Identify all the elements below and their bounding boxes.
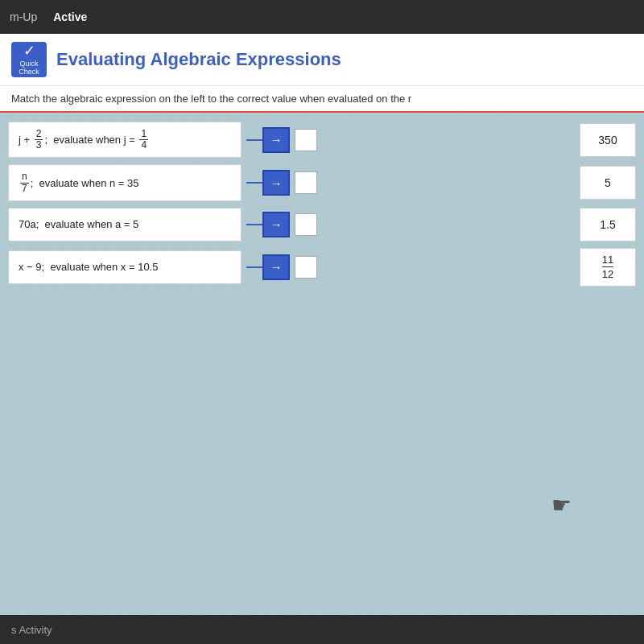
value-text-1: 350 bbox=[598, 134, 617, 147]
instructions-text: Match the algebraic expression on the le… bbox=[11, 93, 411, 105]
table-row: 70a; evaluate when a = 5 → 1.5 bbox=[0, 205, 644, 244]
arrow-button-4[interactable]: → bbox=[262, 254, 290, 280]
expression-cell-1: j + 2 3 ; evaluate when j = 1 4 bbox=[8, 122, 242, 158]
expression-cell-3: 70a; evaluate when a = 5 bbox=[8, 208, 242, 242]
expression-cell-4: x − 9; evaluate when x = 10.5 bbox=[8, 250, 242, 284]
nav-item-active[interactable]: Active bbox=[53, 10, 87, 23]
arrow-icon-1: → bbox=[270, 133, 283, 147]
table-row: x − 9; evaluate when x = 10.5 → 11 12 bbox=[0, 246, 644, 289]
value-cell-2: 5 bbox=[580, 166, 636, 200]
main-content: ✓ QuickCheck Evaluating Algebraic Expres… bbox=[0, 34, 644, 615]
h-line-1 bbox=[246, 139, 262, 141]
table-row: n 7 ; evaluate when n = 35 → 5 bbox=[0, 162, 644, 203]
nav-item-warmup[interactable]: m-Up bbox=[10, 10, 37, 23]
header-section: ✓ QuickCheck Evaluating Algebraic Expres… bbox=[0, 34, 644, 86]
h-line-2 bbox=[246, 182, 262, 184]
arrow-icon-3: → bbox=[270, 217, 283, 231]
bottom-bar-text: s Activity bbox=[11, 624, 52, 636]
arrow-connector-1: → bbox=[246, 127, 290, 153]
top-bar: m-Up Active bbox=[0, 0, 644, 34]
h-line-4 bbox=[246, 266, 262, 268]
instructions: Match the algebraic expression on the le… bbox=[0, 86, 644, 113]
table-row: j + 2 3 ; evaluate when j = 1 4 → bbox=[0, 119, 644, 160]
quick-check-label: QuickCheck bbox=[19, 60, 39, 76]
value-cell-3: 1.5 bbox=[580, 208, 636, 242]
value-cell-1: 350 bbox=[580, 123, 636, 157]
check-mark: ✓ bbox=[23, 43, 35, 58]
expr-text-4: x − 9; evaluate when x = 10.5 bbox=[19, 261, 158, 273]
h-line-3 bbox=[246, 224, 262, 225]
expr-text-1a: j + bbox=[19, 134, 33, 146]
answer-box-1[interactable] bbox=[295, 129, 317, 151]
expression-cell-2: n 7 ; evaluate when n = 35 bbox=[8, 164, 242, 200]
arrow-button-1[interactable]: → bbox=[262, 127, 290, 153]
answer-box-2[interactable] bbox=[295, 171, 317, 194]
rows-container: j + 2 3 ; evaluate when j = 1 4 → bbox=[0, 113, 644, 297]
arrow-button-3[interactable]: → bbox=[262, 212, 290, 237]
fraction-2-3: 2 3 bbox=[35, 129, 43, 151]
fraction-1-4: 1 4 bbox=[139, 129, 148, 151]
expr-text-3: 70a; evaluate when a = 5 bbox=[19, 218, 138, 230]
expr-text-1b: ; evaluate when j = bbox=[44, 134, 138, 146]
screen: m-Up Active ✓ QuickCheck Evaluating Alge… bbox=[0, 0, 644, 644]
arrow-icon-4: → bbox=[270, 260, 283, 274]
answer-box-3[interactable] bbox=[295, 213, 317, 236]
arrow-connector-4: → bbox=[246, 254, 290, 280]
quick-check-icon: ✓ QuickCheck bbox=[11, 42, 47, 77]
answer-box-4[interactable] bbox=[295, 256, 317, 279]
header-title: Evaluating Algebraic Expressions bbox=[56, 49, 341, 70]
value-text-2: 5 bbox=[605, 176, 611, 189]
arrow-icon-2: → bbox=[270, 176, 283, 190]
fraction-n-7: n 7 bbox=[20, 171, 29, 193]
value-cell-4: 11 12 bbox=[580, 248, 636, 287]
arrow-connector-3: → bbox=[246, 212, 290, 237]
arrow-button-2[interactable]: → bbox=[262, 170, 290, 196]
arrow-connector-2: → bbox=[246, 170, 290, 196]
value-text-3: 1.5 bbox=[600, 218, 615, 231]
expr-text-2: ; evaluate when n = 35 bbox=[31, 177, 139, 189]
fraction-11-12: 11 12 bbox=[602, 254, 613, 281]
cursor-hand: ☛ bbox=[551, 492, 572, 518]
bottom-bar: s Activity bbox=[0, 615, 644, 644]
